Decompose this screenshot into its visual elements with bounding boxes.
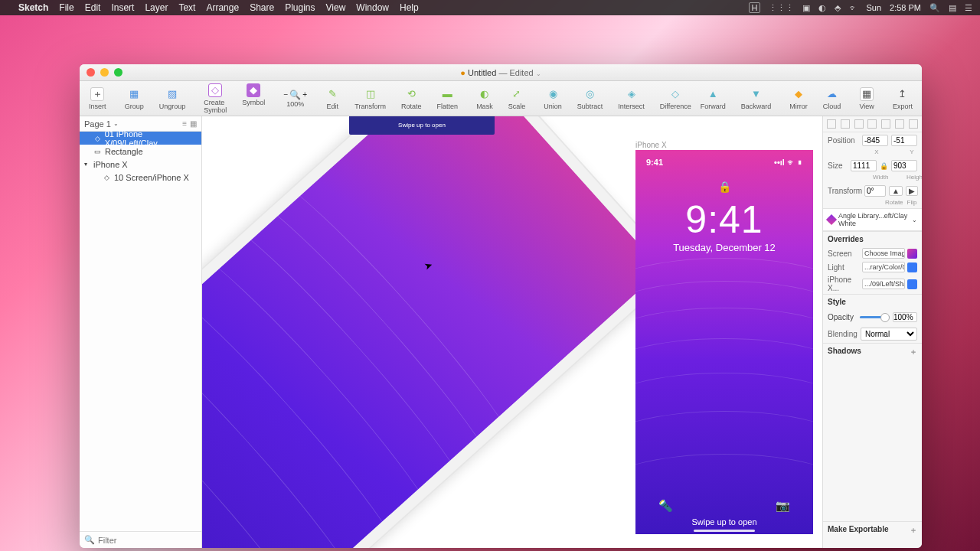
artboard-iphone-x[interactable]: 9:41 ••ıl ᯤ ▮ 🔒 9:41 Tuesday, December 1… xyxy=(635,150,813,534)
wifi-icon[interactable]: ᯤ xyxy=(849,3,858,12)
override-dropdown-icon[interactable] xyxy=(907,279,917,289)
window-close-button[interactable] xyxy=(87,68,95,77)
rotation-input[interactable] xyxy=(864,185,886,197)
status-bar-time: 9:41 xyxy=(646,158,663,167)
rotate-button[interactable]: ⟲Rotate xyxy=(398,86,425,112)
zoom-control[interactable]: −🔍+ 100% xyxy=(280,88,310,109)
ungroup-button[interactable]: ▨Ungroup xyxy=(156,86,189,112)
scale-button[interactable]: ⤢Scale xyxy=(505,86,529,112)
union-button[interactable]: ◉Union xyxy=(541,86,565,112)
cloud-button[interactable]: ☁Cloud xyxy=(820,86,844,112)
menu-edit[interactable]: Edit xyxy=(85,2,101,13)
symbol-instance-icon: ◇ xyxy=(103,174,111,181)
selected-symbol-instance[interactable] xyxy=(208,116,560,507)
mask-button[interactable]: ◐Mask xyxy=(473,86,496,112)
menu-text[interactable]: Text xyxy=(178,2,195,13)
status-bar-icons: ••ıl ᯤ ▮ xyxy=(774,158,802,167)
window-minimize-button[interactable] xyxy=(100,68,109,77)
notifications-icon[interactable]: ☰ xyxy=(965,3,972,13)
view-button[interactable]: ▦View xyxy=(857,86,877,112)
symbol-button[interactable]: ◆Symbol xyxy=(239,82,268,116)
flip-h-button[interactable]: ▲ xyxy=(889,186,903,196)
inspector-panel: Position XY Size 🔒 WidthHeight Transform… xyxy=(822,116,922,548)
layers-panel: Page 1⌄ ≡▦ ◇ 01 iPhone X/09/Left/Clay...… xyxy=(80,116,202,548)
menu-layer[interactable]: Layer xyxy=(145,2,168,13)
layer-row[interactable]: ▾ iPhone X xyxy=(80,158,201,171)
lock-screen-date: Tuesday, December 12 xyxy=(635,242,813,253)
alignment-controls[interactable] xyxy=(823,116,922,132)
height-input[interactable] xyxy=(891,160,917,171)
sync-icon[interactable]: ◐ xyxy=(818,3,826,13)
add-shadow-button[interactable]: ＋ xyxy=(910,347,917,357)
export-button[interactable]: ↥Export xyxy=(890,86,916,112)
app-menu[interactable]: Sketch xyxy=(18,2,48,13)
layers-footer: 🔍 ✎◌ xyxy=(80,531,201,548)
titlebar[interactable]: ● Untitled — Edited ⌄ xyxy=(80,64,922,81)
spotlight-icon[interactable]: 🔍 xyxy=(929,3,940,13)
menu-view[interactable]: View xyxy=(326,2,346,13)
menu-help[interactable]: Help xyxy=(400,2,419,13)
intersect-button[interactable]: ◈Intersect xyxy=(615,86,648,112)
grid-icon[interactable]: ▦ xyxy=(190,119,197,128)
add-export-button[interactable]: ＋ xyxy=(910,525,917,536)
symbol-icon xyxy=(826,214,837,225)
menu-window[interactable]: Window xyxy=(356,2,389,13)
overrides-header: Overrides xyxy=(828,235,864,243)
mirror-button[interactable]: ◆Mirror xyxy=(786,86,811,112)
dropbox-icon[interactable]: ⬘ xyxy=(835,3,841,13)
flip-v-button[interactable]: ▶ xyxy=(906,186,918,196)
opacity-input[interactable] xyxy=(893,312,917,322)
position-x-input[interactable] xyxy=(862,135,888,146)
position-y-input[interactable] xyxy=(891,135,917,146)
shadows-header: Shadows xyxy=(828,347,861,357)
override-row[interactable]: iPhone X... .../09/Left/Shadow/4 xyxy=(823,274,922,294)
canvas[interactable]: Swipe up to open ➤ iPhone X 9:41 ••ıl ᯤ … xyxy=(202,116,822,548)
status-day[interactable]: Sun xyxy=(866,3,881,12)
override-dropdown-icon[interactable] xyxy=(907,262,917,272)
override-row[interactable]: Screen Choose Image xyxy=(823,246,922,260)
symbol-selector[interactable]: Angle Library...eft/Clay White ⌄ xyxy=(823,208,922,231)
flatten-button[interactable]: ▬Flatten xyxy=(433,86,461,112)
exportable-header: Make Exportable xyxy=(828,525,888,536)
insert-button[interactable]: ＋ Insert xyxy=(86,86,109,112)
chevron-down-icon[interactable]: ▾ xyxy=(84,161,90,168)
display-icon[interactable]: ▣ xyxy=(802,3,810,13)
symbol-instance-icon: ◇ xyxy=(93,135,102,142)
forward-button[interactable]: ▲Forward xyxy=(697,86,729,112)
lock-aspect-icon[interactable]: 🔒 xyxy=(880,162,888,170)
layer-row[interactable]: ▭ Rectangle xyxy=(80,145,201,158)
image-override-chip[interactable] xyxy=(907,249,917,259)
edit-button[interactable]: ✎Edit xyxy=(322,86,342,112)
group-button[interactable]: ▦Group xyxy=(122,86,147,112)
phone-mockup xyxy=(202,116,679,548)
control-center-icon[interactable]: ▤ xyxy=(949,3,956,13)
mockup-swipe-label: Swipe up to open xyxy=(349,116,495,135)
blending-select[interactable]: Normal xyxy=(861,328,917,341)
artboard-title[interactable]: iPhone X xyxy=(635,141,667,149)
override-row[interactable]: Light ...rary/Color/01 White xyxy=(823,260,922,274)
swipe-hint: Swipe up to open xyxy=(635,517,813,527)
layer-row[interactable]: ◇ 10 Screen/iPhone X xyxy=(80,171,201,184)
menu-insert[interactable]: Insert xyxy=(111,2,134,13)
opacity-slider[interactable] xyxy=(860,316,890,318)
flashlight-icon: 🔦 xyxy=(658,499,673,513)
create-symbol-button[interactable]: ◇Create Symbol xyxy=(201,82,230,116)
layer-row[interactable]: ◇ 01 iPhone X/09/Left/Clay... xyxy=(80,132,201,145)
menu-file[interactable]: File xyxy=(59,2,74,13)
difference-button[interactable]: ◇Difference xyxy=(657,86,694,112)
list-icon[interactable]: ≡ xyxy=(182,119,187,128)
backward-button[interactable]: ▼Backward xyxy=(738,86,775,112)
status-icon[interactable]: ⋮⋮⋮ xyxy=(769,3,794,13)
status-time[interactable]: 2:58 PM xyxy=(890,3,921,12)
search-icon: 🔍 xyxy=(84,535,95,545)
filter-input[interactable] xyxy=(98,536,204,545)
status-user[interactable]: H xyxy=(749,2,761,13)
window-zoom-button[interactable] xyxy=(114,68,122,77)
width-input[interactable] xyxy=(851,160,877,171)
transform-button[interactable]: ◫Transform xyxy=(351,86,389,112)
subtract-button[interactable]: ◎Subtract xyxy=(574,86,606,112)
menu-share[interactable]: Share xyxy=(250,2,274,13)
menu-plugins[interactable]: Plugins xyxy=(285,2,315,13)
opacity-label: Opacity xyxy=(828,313,857,321)
menu-arrange[interactable]: Arrange xyxy=(206,2,239,13)
